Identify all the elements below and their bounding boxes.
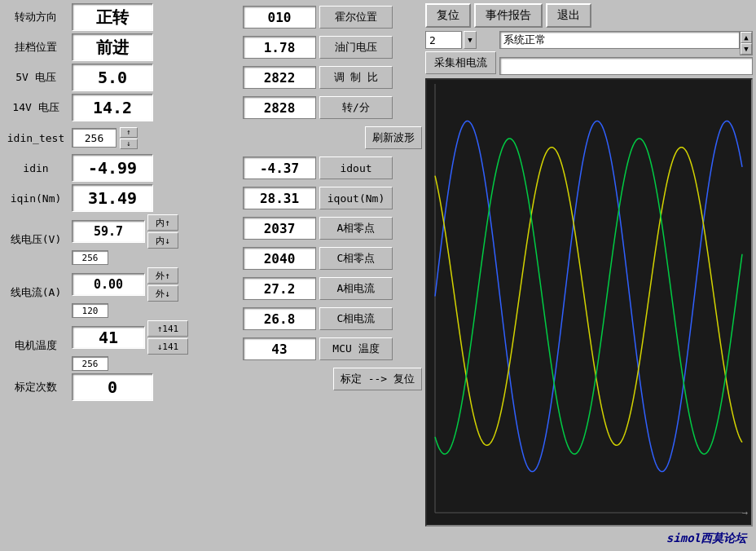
idin-value: -4.99 <box>72 154 153 182</box>
rotation-dir-label: 转动方向 <box>3 10 68 24</box>
idout-row: -4.37 idout <box>243 154 422 182</box>
c-current-value: 26.8 <box>243 307 316 330</box>
v14-label: 14V 电压 <box>3 100 68 115</box>
a-current-row: 27.2 A相电流 <box>243 275 422 302</box>
throttle-row: 1.78 油门电压 <box>243 33 422 61</box>
idin-test-value: 256 <box>72 128 116 148</box>
c-current-label: C相电流 <box>319 307 393 330</box>
line-voltage-sub: 256 <box>72 250 108 265</box>
idin-test-up-btn[interactable]: ↑ <box>120 127 138 138</box>
scroll-down-icon[interactable]: ▼ <box>741 43 752 55</box>
left-panel: 转动方向 正转 挂档位置 前进 5V 电压 5.0 14V 电压 14.2 id… <box>3 3 240 548</box>
hall-pos-value: 010 <box>243 6 316 29</box>
c-current-row: 26.8 C相电流 <box>243 305 422 333</box>
status-row: 2 ▼ 采集相电流 系统正常 ▲ ▼ <box>425 31 753 75</box>
idout-value: -4.37 <box>243 156 316 179</box>
scroll-up-icon[interactable]: ▲ <box>741 32 752 43</box>
v14-value: 14.2 <box>72 94 153 121</box>
line-current-outer-up-btn[interactable]: 外↑ <box>147 267 178 284</box>
top-buttons: 复位 事件报告 退出 <box>425 3 753 28</box>
line-current-value: 0.00 <box>72 273 145 296</box>
rpm-label: 转/分 <box>319 96 393 119</box>
footer: simol西莫论坛 <box>425 530 753 548</box>
channel-arrow-icon[interactable]: ▼ <box>464 31 477 49</box>
gear-value: 前进 <box>72 33 153 61</box>
mcu-temp-label: MCU 温度 <box>319 337 393 360</box>
a-current-value: 27.2 <box>243 277 316 300</box>
event-report-btn[interactable]: 事件报告 <box>474 3 543 28</box>
calibrate-btn[interactable]: 标定 --> 复位 <box>333 368 422 390</box>
idin-test-row: idin_test 256 ↑ ↓ <box>3 124 240 152</box>
idin-label: idin <box>3 162 68 174</box>
iqin-value: 31.49 <box>72 184 153 212</box>
hall-pos-label: 霍尔位置 <box>319 6 393 29</box>
motor-temp-value: 41 <box>72 326 145 349</box>
line-current-label: 线电流(A) <box>3 285 68 300</box>
channel-dropdown[interactable]: 2 ▼ <box>425 31 496 49</box>
idin-test-label: idin_test <box>3 132 68 144</box>
v14-row: 14V 电压 14.2 <box>3 94 240 121</box>
idin-test-spinner: ↑ ↓ <box>120 127 138 149</box>
a-zero-label: A相零点 <box>319 217 393 240</box>
quit-btn[interactable]: 退出 <box>546 3 591 28</box>
mcu-temp-row: 43 MCU 温度 <box>243 335 422 363</box>
cal-count-value: 0 <box>72 373 153 401</box>
motor-temp-dn-btn[interactable]: ↓141 <box>147 338 188 355</box>
idout-label: idout <box>319 156 393 179</box>
iqout-row: 28.31 iqout(Nm) <box>243 184 422 212</box>
reset-btn[interactable]: 复位 <box>425 3 471 28</box>
line-current-outer-dn-btn[interactable]: 外↓ <box>147 285 178 302</box>
refresh-btn[interactable]: 刷新波形 <box>365 126 422 149</box>
a-zero-row: 2037 A相零点 <box>243 214 422 242</box>
a-current-label: A相电流 <box>319 277 393 300</box>
right-panel: 复位 事件报告 退出 2 ▼ 采集相电流 系统正常 ▲ ▼ <box>425 3 753 548</box>
v5-value: 5.0 <box>72 64 153 91</box>
line-current-sub: 120 <box>72 303 108 318</box>
mid-panel: 010 霍尔位置 1.78 油门电压 2822 调 制 比 2828 转/分 刷… <box>243 3 422 548</box>
motor-temp-row: 电机温度 41 ↑141 ↓141 256 <box>3 320 240 371</box>
v5-row: 5V 电压 5.0 <box>3 64 240 91</box>
c-zero-value: 2040 <box>243 247 316 270</box>
gear-row: 挂档位置 前进 <box>3 33 240 61</box>
motor-temp-up-btn[interactable]: ↑141 <box>147 320 188 337</box>
calibrate-row: 标定 --> 复位 <box>243 365 422 393</box>
rotation-dir-row: 转动方向 正转 <box>3 3 240 31</box>
c-zero-row: 2040 C相零点 <box>243 245 422 272</box>
refresh-row: 刷新波形 <box>243 124 422 152</box>
line-current-row: 线电流(A) 0.00 外↑ 外↓ 120 <box>3 267 240 318</box>
channel-value: 2 <box>425 31 462 49</box>
mcu-temp-value: 43 <box>243 337 316 360</box>
collect-btn[interactable]: 采集相电流 <box>425 51 496 74</box>
rotation-dir-value: 正转 <box>72 3 153 31</box>
idin-test-dn-btn[interactable]: ↓ <box>120 139 138 149</box>
chart-area: → <box>425 78 753 527</box>
line-voltage-inner-dn-btn[interactable]: 内↓ <box>147 232 178 249</box>
line-voltage-row: 线电压(V) 59.7 内↑ 内↓ 256 <box>3 214 240 265</box>
duty-value: 2822 <box>243 66 316 89</box>
duty-row: 2822 调 制 比 <box>243 64 422 91</box>
iqin-label: iqin(Nm) <box>3 192 68 205</box>
simol-logo: simol西莫论坛 <box>666 531 746 546</box>
iqout-label: iqout(Nm) <box>319 187 393 209</box>
v5-label: 5V 电压 <box>3 70 68 85</box>
rpm-value: 2828 <box>243 96 316 119</box>
line-voltage-inner-up-btn[interactable]: 内↑ <box>147 214 178 231</box>
c-zero-label: C相零点 <box>319 247 393 270</box>
cal-count-row: 标定次数 0 <box>3 373 240 401</box>
iqout-value: 28.31 <box>243 187 316 209</box>
a-zero-value: 2037 <box>243 217 316 240</box>
throttle-value: 1.78 <box>243 36 316 59</box>
duty-label: 调 制 比 <box>319 66 393 89</box>
motor-temp-sub: 256 <box>72 356 108 371</box>
iqin-row: iqin(Nm) 31.49 <box>3 184 240 212</box>
line-voltage-label: 线电压(V) <box>3 232 68 247</box>
gear-label: 挂档位置 <box>3 40 68 55</box>
throttle-label: 油门电压 <box>319 36 393 59</box>
line-voltage-value: 59.7 <box>72 220 145 243</box>
idin-row: idin -4.99 <box>3 154 240 182</box>
cal-count-label: 标定次数 <box>3 380 68 395</box>
rpm-row: 2828 转/分 <box>243 94 422 121</box>
waveform-chart <box>427 80 751 525</box>
hall-pos-row: 010 霍尔位置 <box>243 3 422 31</box>
motor-temp-label: 电机温度 <box>3 338 68 353</box>
